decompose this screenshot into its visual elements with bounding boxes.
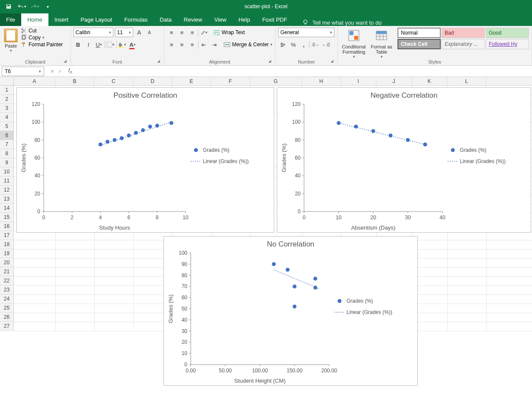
chart-negative-correlation[interactable]: Negative Correlation 0204060801001200102… [277, 87, 531, 233]
row-header[interactable]: 12 [0, 186, 14, 195]
row-header[interactable]: 16 [0, 222, 14, 231]
chart-positive-correlation[interactable]: Positive Correlation 0204060801001200246… [16, 87, 274, 233]
tab-insert[interactable]: Insert [48, 13, 75, 26]
row-header[interactable]: 20 [0, 258, 14, 267]
column-header[interactable]: D [133, 77, 172, 85]
tab-foxit[interactable]: Foxit PDF [256, 13, 293, 26]
decrease-indent-icon[interactable]: ⇤ [199, 40, 209, 49]
increase-font-icon[interactable]: A [135, 28, 144, 37]
row-header[interactable]: 14 [0, 204, 14, 213]
tab-help[interactable]: Help [232, 13, 256, 26]
row-header[interactable]: 18 [0, 240, 14, 249]
style-bad[interactable]: Bad [442, 28, 485, 38]
comma-format-icon[interactable]: , [299, 40, 308, 49]
font-name-combo[interactable]: Calibri▾ [74, 28, 113, 37]
tab-data[interactable]: Data [154, 13, 177, 26]
row-header[interactable]: 23 [0, 285, 14, 295]
font-launcher-icon[interactable]: ◢ [157, 59, 162, 64]
row-header[interactable]: 22 [0, 276, 14, 285]
row-header[interactable]: 10 [0, 167, 14, 176]
increase-indent-icon[interactable]: ⇥ [210, 40, 219, 49]
fill-color-button[interactable]: ▾ [118, 40, 127, 49]
font-size-combo[interactable]: 11▾ [115, 28, 133, 37]
column-header[interactable]: G [250, 77, 302, 85]
row-header[interactable]: 26 [0, 313, 14, 322]
select-all-corner[interactable] [0, 77, 14, 85]
italic-button[interactable]: I [84, 40, 93, 49]
row-header[interactable]: 9 [0, 158, 14, 167]
chart-no-correlation[interactable]: No Correlation 01020304050607080901000.0… [163, 236, 418, 386]
column-header[interactable]: E [172, 77, 211, 85]
row-header[interactable]: 27 [0, 322, 14, 331]
align-center-icon[interactable]: ≡ [177, 40, 187, 49]
row-header[interactable]: 24 [0, 295, 14, 304]
row-header[interactable]: 7 [0, 140, 14, 149]
borders-button[interactable]: ▾ [106, 40, 115, 49]
column-header[interactable]: H [302, 77, 341, 85]
increase-decimal-icon[interactable]: .0→ [311, 40, 320, 49]
style-followed-hyperlink[interactable]: Followed Hy [486, 39, 529, 49]
row-header[interactable]: 3 [0, 104, 14, 113]
paste-button[interactable]: Paste ▾ [3, 28, 19, 53]
percent-format-icon[interactable]: % [288, 40, 298, 49]
row-header[interactable]: 19 [0, 249, 14, 258]
wrap-text-button[interactable]: Wrap Text [213, 29, 245, 35]
tab-page-layout[interactable]: Page Layout [74, 13, 118, 26]
row-header[interactable]: 5 [0, 122, 14, 131]
column-header[interactable]: A [14, 77, 55, 85]
row-header[interactable]: 8 [0, 149, 14, 158]
row-header[interactable]: 21 [0, 267, 14, 276]
style-normal[interactable]: Normal [397, 28, 441, 38]
align-top-icon[interactable]: ≡ [167, 28, 176, 37]
font-color-button[interactable]: A▾ [128, 40, 138, 49]
align-bottom-icon[interactable]: ≡ [188, 28, 197, 37]
row-header[interactable]: 6 [0, 131, 14, 140]
name-box[interactable]: T6▾ [2, 67, 44, 76]
style-good[interactable]: Good [486, 28, 529, 38]
clipboard-launcher-icon[interactable]: ◢ [64, 59, 69, 64]
align-middle-icon[interactable]: ≡ [177, 28, 187, 37]
worksheet-grid[interactable]: ABCDEFGHIJKL 123456789101112131415161718… [0, 77, 532, 397]
column-header[interactable]: L [447, 77, 486, 85]
column-header[interactable]: J [376, 77, 412, 85]
orientation-icon[interactable]: ⤢▾ [199, 28, 209, 37]
accounting-format-icon[interactable]: $▾ [278, 40, 288, 49]
column-header[interactable]: C [94, 77, 133, 85]
style-explanatory[interactable]: Explanatory ... [442, 39, 485, 49]
tab-file[interactable]: File [0, 13, 21, 26]
decrease-decimal-icon[interactable]: ←.0 [321, 40, 330, 49]
row-header[interactable]: 2 [0, 95, 14, 104]
qat-customize-icon[interactable]: ▾ [42, 1, 54, 12]
align-right-icon[interactable]: ≡ [188, 40, 197, 49]
merge-center-button[interactable]: Merge & Center ▾ [224, 42, 273, 48]
number-launcher-icon[interactable]: ◢ [330, 59, 336, 64]
cut-button[interactable]: Cut [21, 28, 63, 34]
row-header[interactable]: 11 [0, 176, 14, 186]
align-left-icon[interactable]: ≡ [167, 40, 176, 49]
cancel-formula-icon[interactable]: ✕ [50, 68, 54, 74]
undo-icon[interactable]: ▾ [16, 1, 28, 12]
tab-review[interactable]: Review [178, 13, 208, 26]
number-format-combo[interactable]: General▾ [278, 28, 334, 37]
copy-button[interactable]: Copy ▾ [21, 35, 63, 41]
tab-view[interactable]: View [208, 13, 232, 26]
column-header[interactable]: K [412, 77, 447, 85]
bold-button[interactable]: B [74, 40, 83, 49]
column-header[interactable]: B [55, 77, 94, 85]
enter-formula-icon[interactable]: ✓ [58, 68, 62, 74]
row-header[interactable]: 13 [0, 195, 14, 204]
column-header[interactable]: F [211, 77, 250, 85]
format-painter-button[interactable]: Format Painter [21, 42, 63, 48]
decrease-font-icon[interactable]: A [145, 28, 154, 37]
row-header[interactable]: 1 [0, 86, 14, 95]
tell-me-search[interactable]: Tell me what you want to do [302, 19, 381, 26]
formula-input[interactable] [72, 67, 532, 76]
row-header[interactable]: 4 [0, 113, 14, 122]
underline-button[interactable]: U▾ [94, 40, 104, 49]
tab-formulas[interactable]: Formulas [118, 13, 154, 26]
fx-icon[interactable]: fx [68, 67, 72, 74]
save-icon[interactable] [3, 1, 15, 12]
row-header[interactable]: 25 [0, 304, 14, 313]
column-header[interactable]: I [341, 77, 376, 85]
alignment-launcher-icon[interactable]: ◢ [268, 59, 273, 64]
